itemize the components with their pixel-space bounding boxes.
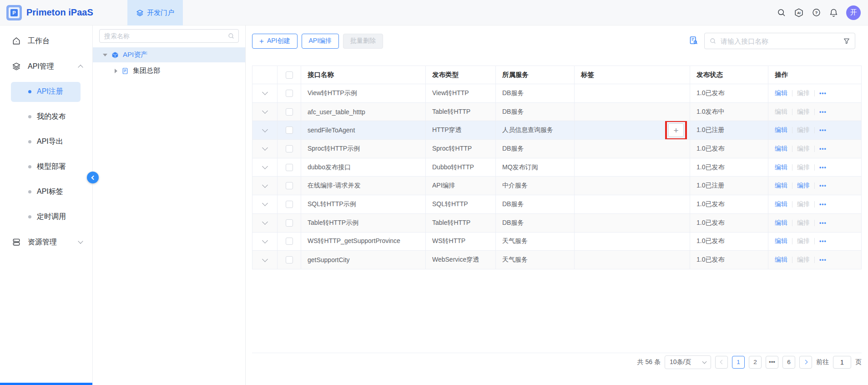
filter-funnel-icon[interactable] — [843, 37, 850, 45]
row-expand-chevron-icon[interactable] — [262, 219, 268, 225]
more-actions-button[interactable]: ••• — [819, 201, 827, 208]
search-icon[interactable] — [227, 32, 235, 40]
cube-icon — [111, 51, 119, 59]
more-actions-button[interactable]: ••• — [819, 164, 827, 171]
row-expand-chevron-icon[interactable] — [262, 163, 268, 169]
sidebar-item-label: API注册 — [37, 87, 63, 96]
user-avatar[interactable]: 开 — [846, 5, 861, 20]
status-cell: 1.0已发布 — [690, 140, 768, 158]
operations-cell: 编辑编排••• — [768, 158, 862, 177]
goto-page-input[interactable] — [833, 356, 851, 369]
api-create-button[interactable]: + API创建 — [252, 34, 298, 49]
edit-link[interactable]: 编辑 — [775, 163, 787, 172]
expand-cell — [252, 84, 278, 103]
edit-link[interactable]: 编辑 — [775, 126, 787, 134]
orchestrate-link[interactable]: 编排 — [797, 182, 810, 190]
row-expand-chevron-icon[interactable] — [262, 89, 268, 95]
tree-expand-triangle-icon[interactable] — [103, 54, 107, 56]
next-page-button[interactable] — [799, 356, 812, 369]
sidebar-item-my-publications[interactable]: 我的发布 — [0, 104, 92, 129]
service-cell: DB服务 — [496, 103, 575, 122]
select-all-checkbox[interactable] — [286, 71, 293, 79]
checkbox-cell — [278, 140, 301, 158]
tree-search-input[interactable] — [99, 29, 239, 43]
row-expand-chevron-icon[interactable] — [262, 108, 268, 114]
row-expand-chevron-icon[interactable] — [262, 145, 268, 151]
interface-search-box — [704, 33, 855, 49]
sidebar-item-api-export[interactable]: API导出 — [0, 129, 92, 154]
more-actions-button[interactable]: ••• — [819, 109, 827, 115]
row-checkbox[interactable] — [286, 127, 293, 134]
api-doc-search-icon[interactable] — [689, 35, 698, 47]
sidebar-item-api-register[interactable]: API注册 — [0, 79, 92, 104]
api-orchestrate-button[interactable]: API编排 — [302, 34, 339, 49]
row-checkbox[interactable] — [286, 201, 293, 208]
api-name-cell: View转HTTP示例 — [301, 84, 426, 103]
more-actions-button[interactable]: ••• — [819, 182, 827, 189]
page-button-6[interactable]: 6 — [782, 356, 795, 369]
sidebar-item-workbench[interactable]: 工作台 — [0, 28, 92, 54]
tab-dev-portal[interactable]: 开发门户 — [127, 0, 183, 25]
help-icon[interactable]: ? — [812, 8, 821, 17]
more-actions-button[interactable]: ••• — [819, 257, 827, 263]
sidebar-item-model-deploy[interactable]: 模型部署 — [0, 154, 92, 179]
page-size-select[interactable]: 10条/页 — [665, 355, 711, 369]
sidebar-item-api-tags[interactable]: API标签 — [0, 179, 92, 204]
header-publish-status: 发布状态 — [690, 66, 768, 84]
row-expand-chevron-icon[interactable] — [262, 238, 268, 243]
prev-page-button[interactable] — [715, 356, 728, 369]
edit-link[interactable]: 编辑 — [775, 89, 787, 97]
row-checkbox[interactable] — [286, 182, 293, 189]
sidebar-item-scheduled-calls[interactable]: 定时调用 — [0, 204, 92, 229]
tree-collapsed-triangle-icon[interactable] — [115, 69, 117, 73]
edit-link[interactable]: 编辑 — [775, 182, 787, 190]
more-actions-button[interactable]: ••• — [819, 220, 827, 226]
app-root: P Primeton iPaaS 开发门户 AI ? 开 — [0, 0, 868, 385]
sidebar-item-api-management[interactable]: API管理 — [0, 54, 92, 79]
edit-link[interactable]: 编辑 — [775, 200, 787, 208]
status-cell: 1.0已发布 — [690, 158, 768, 177]
page-button-1[interactable]: 1 — [732, 356, 745, 369]
tree-search — [99, 29, 239, 43]
panel-collapse-button[interactable] — [87, 172, 99, 183]
tree-node-group-hq[interactable]: 集团总部 — [93, 62, 245, 79]
search-icon[interactable] — [777, 8, 786, 17]
more-actions-button[interactable]: ••• — [819, 90, 827, 96]
edit-link[interactable]: 编辑 — [775, 219, 787, 227]
divider — [792, 220, 792, 226]
checkbox-cell — [278, 177, 301, 195]
more-actions-button[interactable]: ••• — [819, 238, 827, 244]
interface-search-input[interactable] — [721, 37, 839, 45]
row-expand-chevron-icon[interactable] — [262, 127, 268, 132]
tree-node-api-assets[interactable]: API资产 — [93, 47, 245, 62]
operations-cell: 编辑编排••• — [768, 251, 862, 269]
row-checkbox[interactable] — [286, 145, 293, 152]
add-tag-button[interactable]: + — [668, 123, 684, 137]
publish-type-cell: WebService穿透 — [426, 251, 496, 269]
edit-link[interactable]: 编辑 — [775, 145, 787, 153]
notifications-bell-icon[interactable] — [829, 8, 838, 17]
page-button-2[interactable]: 2 — [749, 356, 762, 369]
api-name-cell: afc_user_table_htttp — [301, 103, 426, 122]
plus-icon: + — [259, 37, 264, 45]
checkbox-cell — [278, 103, 301, 122]
divider — [814, 109, 815, 115]
edit-link[interactable]: 编辑 — [775, 237, 787, 245]
row-expand-chevron-icon[interactable] — [262, 256, 268, 262]
more-actions-button[interactable]: ••• — [819, 127, 827, 133]
row-checkbox[interactable] — [286, 238, 293, 245]
edit-link[interactable]: 编辑 — [775, 256, 787, 264]
row-checkbox[interactable] — [286, 164, 293, 171]
row-expand-chevron-icon[interactable] — [262, 182, 268, 188]
row-checkbox[interactable] — [286, 256, 293, 263]
row-checkbox[interactable] — [286, 108, 293, 116]
row-expand-chevron-icon[interactable] — [262, 201, 268, 207]
page-ellipsis-button[interactable]: ••• — [766, 356, 778, 369]
row-checkbox[interactable] — [286, 219, 293, 227]
sidebar-item-resource-management[interactable]: 资源管理 — [0, 229, 92, 255]
row-checkbox[interactable] — [286, 90, 293, 97]
more-actions-button[interactable]: ••• — [819, 146, 827, 152]
ai-assistant-icon[interactable]: AI — [794, 8, 804, 18]
publish-type-cell: Table转HTTP — [426, 214, 496, 233]
publish-type-cell: WS转HTTP — [426, 233, 496, 251]
